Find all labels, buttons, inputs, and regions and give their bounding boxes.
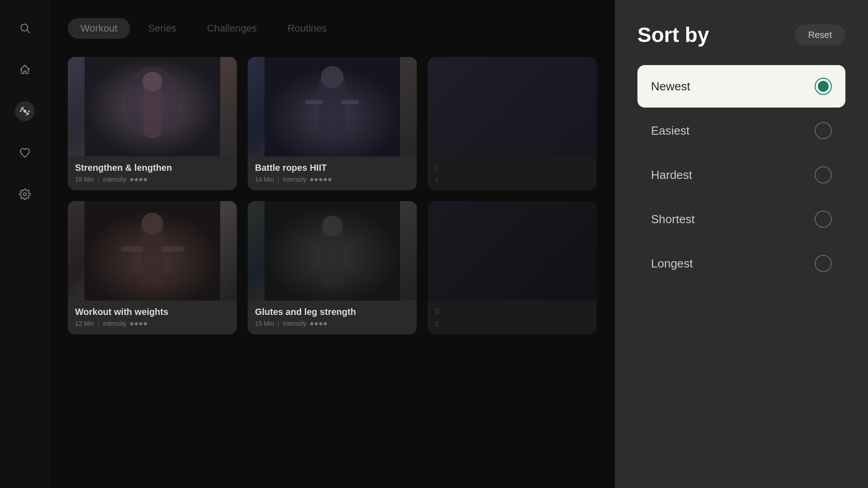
svg-rect-11: [305, 100, 323, 104]
sidebar: [0, 0, 50, 488]
sort-header: Sort by Reset: [637, 23, 845, 47]
sort-option-label-newest: Newest: [651, 80, 690, 94]
workout-card-2[interactable]: Battle ropes HIIT 14 Min | Intensity: [248, 57, 417, 190]
sort-option-hardest[interactable]: Hardest: [637, 154, 845, 196]
sort-title: Sort by: [637, 23, 709, 47]
card-info-1: Strengthen & lengthen 16 Min | Intensity: [68, 156, 237, 190]
intensity-dots-2: [310, 178, 331, 181]
workout-meta-5: 15 Min | Intensity: [255, 320, 410, 327]
workout-title-1: Strengthen & lengthen: [75, 163, 230, 173]
svg-point-3: [24, 193, 27, 196]
card-info-3: I 1: [428, 156, 597, 190]
tab-challenges[interactable]: Challenges: [194, 18, 269, 39]
svg-rect-19: [321, 228, 344, 287]
tab-series[interactable]: Series: [136, 18, 189, 39]
sort-option-newest[interactable]: Newest: [637, 65, 845, 108]
tab-workout[interactable]: Workout: [68, 18, 130, 39]
sort-option-label-easiest: Easiest: [651, 124, 689, 138]
svg-point-20: [322, 216, 343, 236]
radio-longest: [815, 255, 832, 272]
radio-easiest: [815, 122, 832, 139]
workout-card-4[interactable]: Workout with weights 12 Min | Intensity: [68, 201, 237, 334]
sort-option-label-hardest: Hardest: [651, 168, 692, 182]
reset-button[interactable]: Reset: [795, 24, 845, 46]
tabs: Workout Series Challenges Routines: [68, 18, 597, 39]
svg-rect-16: [121, 246, 143, 252]
svg-line-1: [27, 30, 30, 33]
radio-hardest: [815, 166, 832, 183]
workout-meta-6: 2: [435, 320, 590, 327]
workout-title-4: Workout with weights: [75, 307, 230, 317]
workout-card-6[interactable]: F 2: [428, 201, 597, 334]
tab-routines[interactable]: Routines: [275, 18, 340, 39]
svg-rect-6: [143, 84, 161, 138]
card-image-1: [68, 57, 237, 156]
card-info-6: F 2: [428, 300, 597, 334]
card-image-5: [248, 201, 417, 300]
card-info-4: Workout with weights 12 Min | Intensity: [68, 300, 237, 334]
sort-option-label-longest: Longest: [651, 257, 693, 271]
workout-title-2: Battle ropes HIIT: [255, 163, 410, 173]
card-info-2: Battle ropes HIIT 14 Min | Intensity: [248, 156, 417, 190]
workout-grid: Strengthen & lengthen 16 Min | Intensity: [68, 57, 597, 334]
card-image-6: [428, 201, 597, 300]
search-icon[interactable]: [15, 18, 35, 38]
svg-point-10: [321, 66, 344, 89]
workout-meta-1: 16 Min | Intensity: [75, 176, 230, 183]
svg-point-15: [142, 213, 163, 235]
workout-title-5: Glutes and leg strength: [255, 307, 410, 317]
workout-meta-2: 14 Min | Intensity: [255, 176, 410, 183]
settings-icon[interactable]: [15, 184, 35, 204]
workout-meta-4: 12 Min | Intensity: [75, 320, 230, 327]
workout-title-3: I: [435, 163, 590, 173]
workout-title-6: F: [435, 307, 590, 317]
svg-rect-14: [141, 226, 164, 287]
main-content: Workout Series Challenges Routines Stren…: [50, 0, 615, 488]
intensity-dots-4: [130, 322, 147, 325]
workout-meta-3: 1: [435, 176, 590, 183]
sort-options: Newest Easiest Hardest Shortest Longest: [637, 65, 845, 285]
favorites-icon[interactable]: [15, 143, 35, 163]
sort-option-longest[interactable]: Longest: [637, 242, 845, 285]
radio-shortest: [815, 211, 832, 228]
intensity-dots-1: [130, 178, 147, 181]
sort-option-label-shortest: Shortest: [651, 212, 695, 226]
radio-newest: [815, 78, 832, 95]
card-info-5: Glutes and leg strength 15 Min | Intensi…: [248, 300, 417, 334]
workout-card-5[interactable]: Glutes and leg strength 15 Min | Intensi…: [248, 201, 417, 334]
card-image-4: [68, 201, 237, 300]
radio-inner-newest: [818, 81, 829, 92]
svg-rect-12: [341, 100, 359, 104]
sort-option-easiest[interactable]: Easiest: [637, 109, 845, 152]
workout-icon[interactable]: [15, 101, 35, 121]
home-icon[interactable]: [15, 60, 35, 80]
workout-card-1[interactable]: Strengthen & lengthen 16 Min | Intensity: [68, 57, 237, 190]
intensity-dots-5: [310, 322, 327, 325]
svg-rect-17: [161, 246, 184, 252]
card-image-3: [428, 57, 597, 156]
sort-option-shortest[interactable]: Shortest: [637, 198, 845, 240]
svg-point-7: [142, 72, 162, 92]
workout-card-3[interactable]: I 1: [428, 57, 597, 190]
sort-panel: Sort by Reset Newest Easiest Hardest Sho…: [615, 0, 868, 488]
card-image-2: [248, 57, 417, 156]
